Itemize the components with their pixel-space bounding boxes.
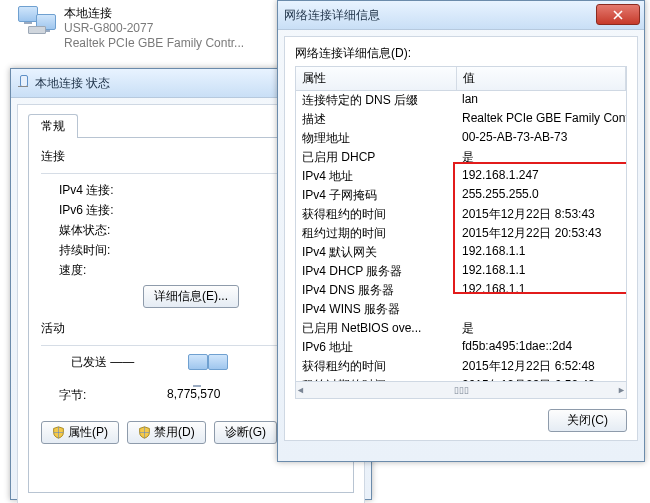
value-cell: 192.168.1.1 xyxy=(456,243,626,262)
list-row[interactable]: 获得租约的时间2015年12月22日 8:53:43 xyxy=(296,205,626,224)
value-cell: Realtek PCIe GBE Family Contro xyxy=(456,110,626,129)
prop-cell: 连接特定的 DNS 后缀 xyxy=(296,91,456,110)
prop-cell: IPv4 地址 xyxy=(296,167,456,186)
list-row[interactable]: IPv4 默认网关192.168.1.1 xyxy=(296,243,626,262)
value-cell: 192.168.1.1 xyxy=(456,281,626,300)
value-cell: 00-25-AB-73-AB-73 xyxy=(456,129,626,148)
scroll-right-icon[interactable]: ► xyxy=(617,385,626,395)
ipv4-conn-label: IPv4 连接: xyxy=(59,182,114,199)
shield-icon xyxy=(52,426,65,440)
prop-cell: IPv6 地址 xyxy=(296,338,456,357)
value-cell: fd5b:a495:1dae::2d4 xyxy=(456,338,626,357)
details-heading: 网络连接详细信息(D): xyxy=(295,45,627,62)
list-row[interactable]: 连接特定的 DNS 后缀lan xyxy=(296,91,626,110)
list-row[interactable]: IPv4 DHCP 服务器192.168.1.1 xyxy=(296,262,626,281)
status-title: 本地连接 状态 xyxy=(35,75,110,92)
details-title: 网络连接详细信息 xyxy=(284,7,380,24)
list-row[interactable]: 租约过期的时间2015年12月23日 6:52:48 xyxy=(296,376,626,382)
value-cell: 255.255.255.0 xyxy=(456,186,626,205)
list-row[interactable]: IPv6 地址fd5b:a495:1dae::2d4 xyxy=(296,338,626,357)
prop-cell: IPv4 WINS 服务器 xyxy=(296,300,456,319)
tab-general[interactable]: 常规 xyxy=(28,114,78,138)
value-cell: 2015年12月22日 20:53:43 xyxy=(456,224,626,243)
status-title-icon xyxy=(17,75,29,91)
prop-cell: IPv4 DHCP 服务器 xyxy=(296,262,456,281)
value-cell: 192.168.1.247 xyxy=(456,167,626,186)
media-state-label: 媒体状态: xyxy=(59,222,110,239)
list-row[interactable]: 已启用 NetBIOS ove...是 xyxy=(296,319,626,338)
properties-button[interactable]: 属性(P) xyxy=(41,421,119,444)
prop-cell: 已启用 DHCP xyxy=(296,148,456,167)
speed-label: 速度: xyxy=(59,262,86,279)
sent-label: 已发送 —— xyxy=(71,354,134,384)
details-dialog: 网络连接详细信息 网络连接详细信息(D): 属性 值 连接特定的 DNS 后缀l… xyxy=(277,0,645,462)
value-cell: 2015年12月22日 6:52:48 xyxy=(456,357,626,376)
list-row[interactable]: 物理地址00-25-AB-73-AB-73 xyxy=(296,129,626,148)
details-list-header[interactable]: 属性 值 xyxy=(295,66,627,91)
details-close-button[interactable]: 关闭(C) xyxy=(548,409,627,432)
list-row[interactable]: 租约过期的时间2015年12月22日 20:53:43 xyxy=(296,224,626,243)
list-row[interactable]: IPv4 子网掩码255.255.255.0 xyxy=(296,186,626,205)
value-cell: 是 xyxy=(456,148,626,167)
prop-cell: IPv4 默认网关 xyxy=(296,243,456,262)
list-row[interactable]: IPv4 WINS 服务器 xyxy=(296,300,626,319)
value-cell xyxy=(456,300,626,319)
ipv6-conn-label: IPv6 连接: xyxy=(59,202,114,219)
prop-cell: 租约过期的时间 xyxy=(296,376,456,382)
adapter-device: Realtek PCIe GBE Family Contr... xyxy=(64,36,244,51)
prop-cell: 描述 xyxy=(296,110,456,129)
list-row[interactable]: 已启用 DHCP是 xyxy=(296,148,626,167)
col-value[interactable]: 值 xyxy=(457,67,626,90)
prop-cell: 获得租约的时间 xyxy=(296,205,456,224)
prop-cell: IPv4 子网掩码 xyxy=(296,186,456,205)
col-property[interactable]: 属性 xyxy=(296,67,457,90)
list-row[interactable]: IPv4 DNS 服务器192.168.1.1 xyxy=(296,281,626,300)
list-row[interactable]: IPv4 地址192.168.1.247 xyxy=(296,167,626,186)
value-cell: 是 xyxy=(456,319,626,338)
activity-icon xyxy=(188,354,234,384)
prop-cell: 已启用 NetBIOS ove... xyxy=(296,319,456,338)
details-titlebar[interactable]: 网络连接详细信息 xyxy=(278,1,644,30)
diagnose-button[interactable]: 诊断(G) xyxy=(214,421,277,444)
close-icon[interactable] xyxy=(596,4,640,25)
prop-cell: IPv4 DNS 服务器 xyxy=(296,281,456,300)
scroll-left-icon[interactable]: ◄ xyxy=(296,385,305,395)
value-cell: 2015年12月23日 6:52:48 xyxy=(456,376,626,382)
horizontal-scrollbar[interactable]: ◄ ▯▯▯ ► xyxy=(295,382,627,399)
value-cell: 2015年12月22日 8:53:43 xyxy=(456,205,626,224)
details-button[interactable]: 详细信息(E)... xyxy=(143,285,239,308)
duration-label: 持续时间: xyxy=(59,242,110,259)
bytes-label: 字节: xyxy=(59,387,86,404)
value-cell: lan xyxy=(456,91,626,110)
disable-button[interactable]: 禁用(D) xyxy=(127,421,206,444)
adapter-name: 本地连接 xyxy=(64,6,244,21)
shield-icon xyxy=(138,426,151,440)
adapter-network: USR-G800-2077 xyxy=(64,21,244,36)
list-row[interactable]: 获得租约的时间2015年12月22日 6:52:48 xyxy=(296,357,626,376)
prop-cell: 物理地址 xyxy=(296,129,456,148)
adapter-icon xyxy=(18,6,56,36)
value-cell: 192.168.1.1 xyxy=(456,262,626,281)
prop-cell: 获得租约的时间 xyxy=(296,357,456,376)
prop-cell: 租约过期的时间 xyxy=(296,224,456,243)
bytes-sent-value: 8,775,570 xyxy=(167,387,220,404)
list-row[interactable]: 描述Realtek PCIe GBE Family Contro xyxy=(296,110,626,129)
details-list[interactable]: 连接特定的 DNS 后缀lan描述Realtek PCIe GBE Family… xyxy=(295,91,627,382)
adapter-header: 本地连接 USR-G800-2077 Realtek PCIe GBE Fami… xyxy=(18,6,244,51)
